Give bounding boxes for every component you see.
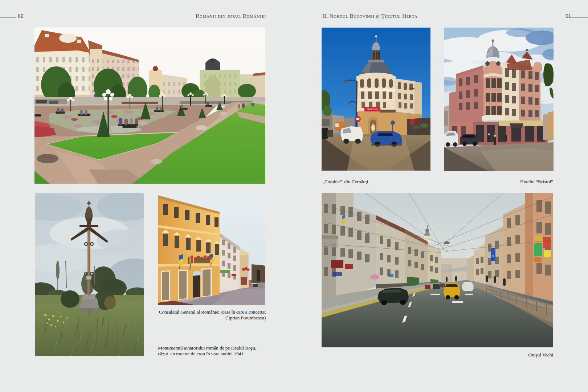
svg-text:A: A [492,254,494,257]
svg-text:Золото: Золото [367,107,377,111]
